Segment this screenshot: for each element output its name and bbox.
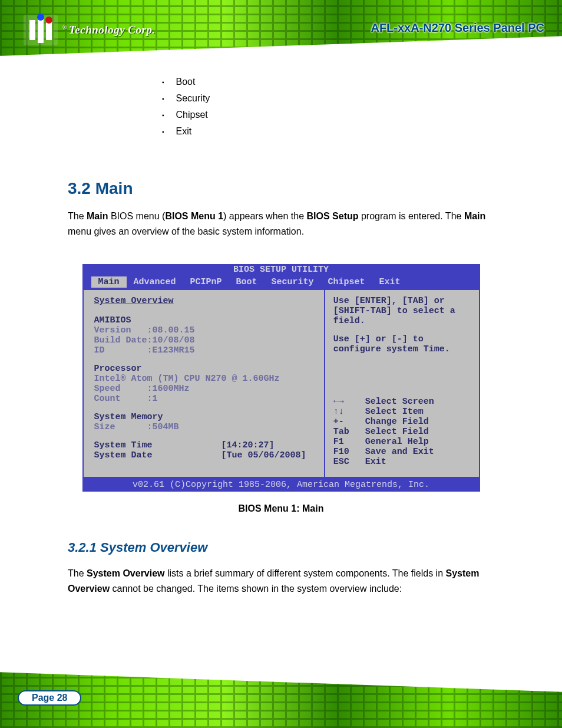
- bios-footer: v02.61 (C)Copyright 1985-2006, American …: [82, 478, 480, 492]
- memory-size: Size :504MB: [94, 422, 313, 432]
- bios-pane: System Overview AMIBIOS Version :08.00.1…: [82, 289, 480, 478]
- document-title: AFL-xxA-N270 Series Panel PC: [371, 21, 544, 35]
- tab-advanced[interactable]: Advanced: [127, 276, 183, 288]
- memory-label: System Memory: [94, 412, 313, 422]
- brand-text: Technology Corp.: [62, 24, 156, 37]
- list-item-label: Security: [176, 93, 210, 105]
- list-item-label: Chipset: [176, 110, 208, 121]
- list-item: Security: [162, 93, 494, 105]
- key-help: ←→ Select Screen ↑↓ Select Item +- Chang…: [333, 397, 471, 467]
- section-3-2-heading: 3.2 Main: [68, 179, 494, 198]
- amibios-label: AMIBIOS: [94, 315, 313, 325]
- feature-list: Boot Security Chipset Exit: [162, 77, 494, 138]
- footer-band: [0, 663, 562, 728]
- bios-title: BIOS SETUP UTILITY: [82, 264, 480, 275]
- processor-count: Count :1: [94, 394, 313, 404]
- tab-security[interactable]: Security: [265, 276, 321, 288]
- list-item: Exit: [162, 126, 494, 138]
- page-number-wrap: Page 28: [18, 690, 81, 706]
- figure-caption: BIOS Menu 1: Main: [68, 503, 494, 514]
- processor-speed: Speed :1600MHz: [94, 384, 313, 394]
- tab-chipset[interactable]: Chipset: [321, 276, 372, 288]
- bios-id: ID :E123MR15: [94, 345, 313, 355]
- list-item: Boot: [162, 77, 494, 88]
- tab-boot[interactable]: Boot: [229, 276, 265, 288]
- help-text-2: Use [+] or [-] to configure system Time.: [333, 334, 471, 354]
- bios-tabs: Main Advanced PCIPnP Boot Security Chips…: [82, 275, 480, 289]
- bios-screenshot: BIOS SETUP UTILITY Main Advanced PCIPnP …: [82, 264, 480, 492]
- system-date[interactable]: System Date [Tue 05/06/2008]: [94, 450, 313, 460]
- logo: Technology Corp.: [24, 15, 156, 45]
- system-time[interactable]: System Time [14:20:27]: [94, 440, 313, 450]
- bios-left: System Overview AMIBIOS Version :08.00.1…: [84, 290, 325, 477]
- page-content: Boot Security Chipset Exit 3.2 Main The …: [0, 71, 562, 597]
- tab-pcipnp[interactable]: PCIPnP: [183, 276, 229, 288]
- bios-version: Version :08.00.15: [94, 325, 313, 335]
- bios-right: Use [ENTER], [TAB] or [SHIFT-TAB] to sel…: [325, 290, 479, 477]
- section-3-2-1-body: The System Overview lists a brief summar…: [68, 566, 494, 597]
- section-3-2-body: The Main BIOS menu (BIOS Menu 1) appears…: [68, 209, 494, 239]
- list-item: Chipset: [162, 110, 494, 121]
- help-text-1: Use [ENTER], [TAB] or [SHIFT-TAB] to sel…: [333, 296, 471, 326]
- list-item-label: Boot: [176, 77, 196, 88]
- tab-exit[interactable]: Exit: [372, 276, 408, 288]
- logo-mark-icon: [24, 15, 58, 45]
- system-overview-heading: System Overview: [94, 296, 313, 306]
- tab-main[interactable]: Main: [91, 276, 127, 288]
- bios-build-date: Build Date:10/08/08: [94, 335, 313, 345]
- processor-label: Processor: [94, 364, 313, 374]
- page-number: Page 28: [18, 690, 81, 706]
- list-item-label: Exit: [176, 126, 192, 138]
- processor-name: Intel® Atom (TM) CPU N270 @ 1.60GHz: [94, 374, 313, 384]
- section-3-2-1-heading: 3.2.1 System Overview: [68, 540, 494, 555]
